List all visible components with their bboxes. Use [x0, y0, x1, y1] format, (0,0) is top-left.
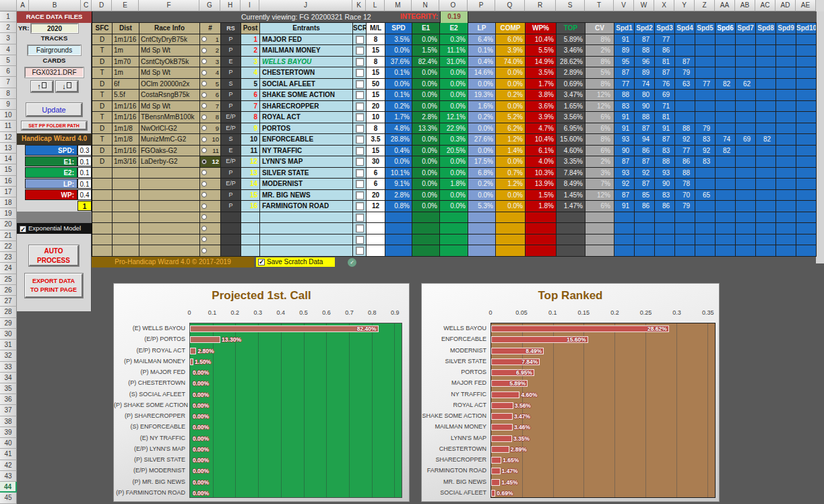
track-select[interactable]: Fairgrounds	[28, 45, 81, 55]
row-header-44[interactable]: 44	[0, 482, 17, 493]
race-radio-button[interactable]	[201, 59, 207, 64]
race-radio-button[interactable]	[201, 192, 207, 197]
column-header-J[interactable]: J	[259, 0, 352, 11]
column-header-D[interactable]: D	[92, 0, 112, 11]
row-header-8[interactable]: 8	[0, 88, 17, 99]
race-radio-button[interactable]	[201, 181, 207, 187]
weight-value-cell[interactable]: 0.3	[77, 145, 92, 156]
scratch-checkbox[interactable]	[356, 36, 364, 44]
row-header-39[interactable]: 39	[0, 427, 17, 438]
row-header-24[interactable]: 24	[0, 263, 17, 274]
scratch-checkbox[interactable]	[356, 191, 364, 199]
row-header-28[interactable]: 28	[0, 307, 17, 317]
row-header-36[interactable]: 36	[0, 394, 17, 405]
scratch-checkbox[interactable]	[356, 125, 364, 133]
weight-value-cell[interactable]: 0.4	[77, 189, 92, 200]
set-pp-folder-path-button[interactable]: SET PP FOLDER PATH	[22, 121, 87, 130]
column-header-B[interactable]: B	[29, 0, 81, 11]
row-header-27[interactable]: 27	[0, 296, 17, 307]
scratch-checkbox[interactable]	[356, 180, 364, 188]
row-header-7[interactable]: 7	[0, 77, 17, 88]
column-header-AE[interactable]: AE	[796, 0, 816, 11]
race-radio-button[interactable]	[201, 226, 207, 231]
scratch-checkbox[interactable]	[356, 102, 364, 111]
update-button[interactable]: Update	[26, 103, 82, 117]
select-all-corner[interactable]	[0, 0, 17, 11]
row-header-23[interactable]: 23	[0, 252, 17, 263]
scratch-checkbox[interactable]	[356, 91, 364, 99]
save-scratch-checkbox[interactable]	[258, 259, 265, 265]
column-header-E[interactable]: E	[112, 0, 139, 11]
row-header-34[interactable]: 34	[0, 373, 17, 383]
column-header-W[interactable]: W	[634, 0, 654, 11]
row-header-13[interactable]: 13	[0, 143, 17, 154]
column-header-L[interactable]: L	[366, 0, 385, 11]
row-header-25[interactable]: 25	[0, 274, 17, 285]
column-header-AB[interactable]: AB	[735, 0, 755, 11]
scratch-checkbox[interactable]	[356, 58, 364, 66]
row-header-19[interactable]: 19	[0, 208, 17, 219]
row-header-1[interactable]: 1	[0, 11, 17, 22]
row-header-20[interactable]: 20	[0, 219, 17, 230]
scratch-checkbox[interactable]	[356, 147, 364, 155]
next-card-button[interactable]: ↓	[56, 81, 78, 92]
row-header-26[interactable]: 26	[0, 285, 17, 296]
export-data-button[interactable]: EXPORT DATA TO PRINT PAGE	[25, 274, 83, 298]
row-header-22[interactable]: 22	[0, 241, 17, 252]
scratch-checkbox[interactable]	[356, 46, 364, 55]
race-radio-button[interactable]	[201, 237, 207, 242]
weight-value-cell[interactable]: 0.1	[77, 179, 92, 189]
year-input[interactable]: 2020	[31, 24, 78, 33]
column-header-AC[interactable]: AC	[755, 0, 775, 11]
race-radio-button[interactable]	[201, 137, 207, 142]
column-header-S[interactable]: S	[556, 0, 585, 11]
race-radio-button[interactable]	[201, 170, 207, 175]
scratch-checkbox[interactable]	[356, 113, 364, 121]
scratch-checkbox[interactable]	[356, 247, 364, 255]
row-header-15[interactable]: 15	[0, 164, 17, 175]
row-header-9[interactable]: 9	[0, 99, 17, 110]
column-header-P[interactable]: P	[468, 0, 495, 11]
column-header-A[interactable]: A	[17, 0, 29, 11]
scratch-checkbox[interactable]	[356, 69, 364, 77]
row-header-30[interactable]: 30	[0, 329, 17, 340]
row-header-31[interactable]: 31	[0, 340, 17, 350]
column-header-V[interactable]: V	[614, 0, 634, 11]
race-radio-button[interactable]	[201, 92, 207, 98]
race-radio-button[interactable]	[201, 159, 207, 164]
row-header-42[interactable]: 42	[0, 460, 17, 471]
race-radio-button[interactable]	[201, 148, 207, 153]
scratch-checkbox[interactable]	[356, 135, 364, 144]
row-header-29[interactable]: 29	[0, 318, 17, 329]
row-header-5[interactable]: 5	[0, 55, 17, 66]
scratch-checkbox[interactable]	[356, 158, 364, 166]
column-header-AA[interactable]: AA	[715, 0, 735, 11]
race-radio-button[interactable]	[201, 115, 207, 120]
column-header-AD[interactable]: AD	[775, 0, 796, 11]
row-header-2[interactable]: 2	[0, 22, 17, 33]
row-header-43[interactable]: 43	[0, 471, 17, 482]
race-radio-button[interactable]	[201, 103, 207, 108]
exponential-model-checkbox[interactable]	[20, 226, 26, 232]
column-header-X[interactable]: X	[654, 0, 674, 11]
column-header-T[interactable]: T	[585, 0, 614, 11]
row-header-40[interactable]: 40	[0, 438, 17, 449]
weight-value-cell[interactable]: 0.1	[77, 156, 92, 167]
scratch-checkbox[interactable]	[356, 202, 364, 210]
auto-process-button[interactable]: AUTO PROCESS	[29, 245, 79, 266]
column-header-I[interactable]: I	[241, 0, 259, 11]
card-file-select[interactable]: FGX0321.DRF	[25, 67, 84, 77]
row-header-21[interactable]: 21	[0, 230, 17, 241]
row-header-12[interactable]: 12	[0, 132, 17, 143]
scratch-checkbox[interactable]	[356, 236, 364, 244]
column-header-H[interactable]: H	[220, 0, 241, 11]
column-header-G[interactable]: G	[199, 0, 220, 11]
race-radio-button[interactable]	[201, 48, 207, 53]
race-radio-button[interactable]	[201, 248, 207, 253]
row-header-37[interactable]: 37	[0, 405, 17, 416]
row-header-3[interactable]: 3	[0, 33, 17, 44]
row-header-45[interactable]: 45	[0, 493, 17, 503]
column-header-K[interactable]: K	[352, 0, 366, 11]
column-header-F[interactable]: F	[139, 0, 199, 11]
row-header-16[interactable]: 16	[0, 176, 17, 187]
